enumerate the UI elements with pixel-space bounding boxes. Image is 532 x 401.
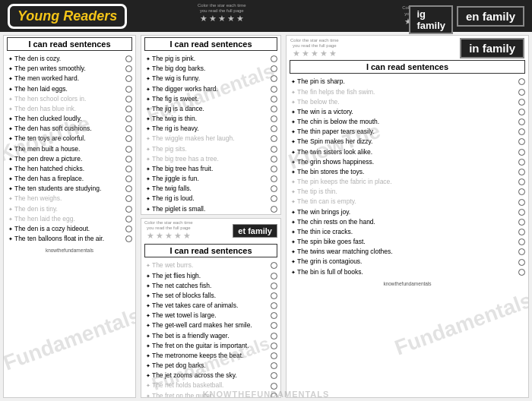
checkbox[interactable] bbox=[518, 209, 525, 216]
star3: ★ bbox=[165, 231, 173, 241]
checkbox[interactable] bbox=[125, 195, 132, 202]
checkbox[interactable] bbox=[271, 362, 277, 369]
checkbox[interactable] bbox=[271, 86, 277, 93]
checkbox[interactable] bbox=[518, 118, 525, 125]
list-item: The tin can is empty. bbox=[291, 197, 525, 207]
checkbox[interactable] bbox=[271, 273, 277, 279]
checkbox[interactable] bbox=[518, 89, 525, 96]
checkbox[interactable] bbox=[271, 372, 277, 379]
checkbox[interactable] bbox=[125, 156, 132, 163]
list-item: The chin rests on the hand. bbox=[291, 217, 525, 227]
checkbox[interactable] bbox=[271, 292, 277, 299]
checkbox[interactable] bbox=[518, 248, 525, 255]
list-item: The win is a victory. bbox=[291, 107, 525, 117]
star3: ★ bbox=[311, 49, 318, 58]
checkbox[interactable] bbox=[518, 188, 525, 195]
list-item: The den has blue ink. bbox=[8, 104, 132, 114]
checkbox[interactable] bbox=[271, 115, 277, 122]
checkbox[interactable] bbox=[125, 65, 132, 72]
checkbox[interactable] bbox=[518, 99, 525, 106]
checkbox[interactable] bbox=[518, 128, 525, 135]
checkbox[interactable] bbox=[271, 312, 277, 319]
in-stars-area: Color the star each timeyou read the ful… bbox=[290, 38, 339, 58]
checkbox[interactable] bbox=[271, 333, 277, 339]
checkbox[interactable] bbox=[271, 343, 277, 349]
checkbox[interactable] bbox=[125, 166, 132, 172]
list-item: The hen hatched chicks. bbox=[8, 164, 132, 174]
checkbox[interactable] bbox=[271, 106, 277, 112]
checkbox[interactable] bbox=[518, 178, 525, 185]
et-header-row: Color the star each timeyou read the ful… bbox=[141, 219, 280, 242]
checkbox[interactable] bbox=[125, 125, 132, 132]
content-area: I can read sentences The den is cozy. Th… bbox=[0, 32, 532, 401]
checkbox[interactable] bbox=[271, 195, 277, 202]
checkbox[interactable] bbox=[125, 206, 132, 213]
checkbox[interactable] bbox=[271, 206, 277, 213]
checkbox[interactable] bbox=[518, 269, 525, 276]
checkbox[interactable] bbox=[271, 125, 277, 132]
ig-stars-label: Color the star each timeyou read the ful… bbox=[198, 3, 246, 14]
checkbox[interactable] bbox=[125, 135, 132, 142]
list-item: The win brings joy. bbox=[291, 207, 525, 217]
checkbox[interactable] bbox=[518, 199, 525, 206]
checkbox[interactable] bbox=[271, 96, 277, 103]
checkbox[interactable] bbox=[518, 219, 525, 226]
checkbox[interactable] bbox=[271, 175, 277, 182]
list-item: The digger works hard. bbox=[146, 84, 277, 94]
list-item: The fret on the guitar is important. bbox=[146, 341, 277, 351]
checkbox[interactable] bbox=[271, 55, 277, 62]
checkbox[interactable] bbox=[518, 138, 525, 145]
in-family-badge: in family bbox=[460, 38, 524, 58]
checkbox[interactable] bbox=[125, 235, 132, 242]
checkbox[interactable] bbox=[518, 238, 525, 245]
checkbox[interactable] bbox=[518, 109, 525, 115]
checkbox[interactable] bbox=[125, 75, 132, 82]
checkbox[interactable] bbox=[518, 78, 525, 85]
en-family-badge: en family bbox=[457, 6, 524, 27]
checkbox[interactable] bbox=[518, 259, 525, 266]
list-item: The thin paper tears easily. bbox=[291, 127, 525, 137]
checkbox[interactable] bbox=[125, 96, 132, 103]
top-banner: Young Readers Color the star each timeyo… bbox=[0, 0, 532, 32]
list-item: The fin helps the fish swim. bbox=[291, 87, 525, 97]
checkbox[interactable] bbox=[125, 175, 132, 182]
checkbox[interactable] bbox=[125, 55, 132, 62]
list-item: The pen drew a picture. bbox=[8, 154, 132, 164]
checkbox[interactable] bbox=[271, 302, 277, 309]
checkbox[interactable] bbox=[518, 159, 525, 166]
checkbox[interactable] bbox=[271, 166, 277, 172]
list-item: The bet is a friendly wager. bbox=[146, 331, 277, 341]
checkbox[interactable] bbox=[125, 226, 132, 232]
checkbox[interactable] bbox=[518, 229, 525, 235]
checkbox[interactable] bbox=[271, 156, 277, 163]
checkbox[interactable] bbox=[271, 352, 277, 359]
checkbox[interactable] bbox=[125, 216, 132, 223]
list-item: The twin sisters look alike. bbox=[291, 147, 525, 157]
checkbox[interactable] bbox=[271, 75, 277, 82]
checkbox[interactable] bbox=[518, 169, 525, 175]
star1: ★ bbox=[200, 14, 207, 24]
checkbox[interactable] bbox=[125, 185, 132, 192]
checkbox[interactable] bbox=[125, 115, 132, 122]
checkbox[interactable] bbox=[518, 149, 525, 156]
checkbox[interactable] bbox=[271, 135, 277, 142]
list-item: The pin is sharp. bbox=[291, 77, 525, 87]
checkbox[interactable] bbox=[271, 283, 277, 289]
list-item: The Spin makes her dizzy. bbox=[291, 137, 525, 147]
checkbox[interactable] bbox=[271, 146, 277, 153]
checkbox[interactable] bbox=[271, 185, 277, 192]
list-item: The twig falls. bbox=[146, 184, 277, 194]
list-item: The grin is contagious. bbox=[291, 257, 525, 267]
list-item: The hen weighs. bbox=[8, 194, 132, 204]
list-item: The jet flies high. bbox=[146, 271, 277, 281]
star1: ★ bbox=[147, 231, 154, 241]
checkbox[interactable] bbox=[125, 146, 132, 153]
checkbox[interactable] bbox=[271, 262, 277, 269]
checkbox[interactable] bbox=[271, 65, 277, 72]
checkbox[interactable] bbox=[271, 322, 277, 329]
brand-readers: Readers bbox=[63, 8, 117, 24]
list-item: The jiggle is fun. bbox=[146, 174, 277, 184]
checkbox[interactable] bbox=[125, 106, 132, 112]
checkbox[interactable] bbox=[271, 383, 277, 390]
checkbox[interactable] bbox=[125, 86, 132, 93]
